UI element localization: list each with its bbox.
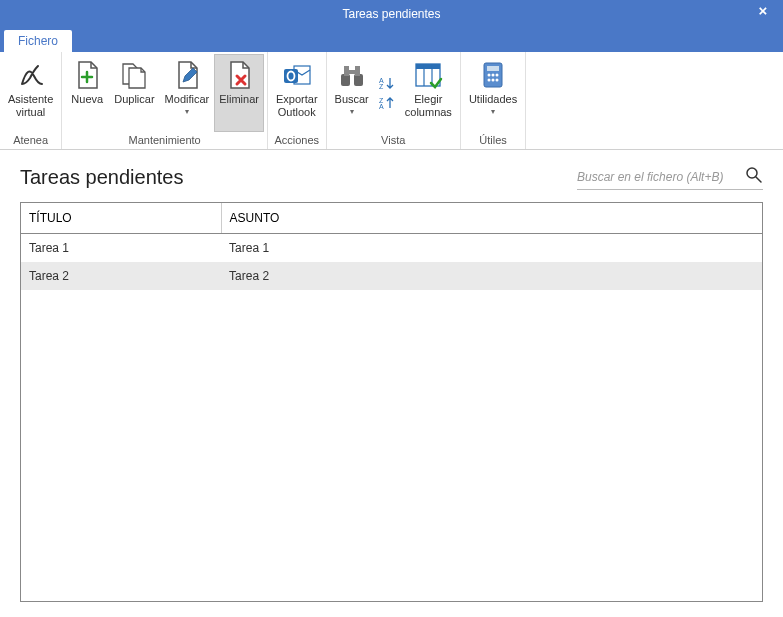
svg-point-21 <box>488 79 491 82</box>
chevron-down-icon: ▾ <box>491 107 495 117</box>
ribbon-btn-label: Exportar <box>276 93 318 106</box>
chevron-down-icon: ▾ <box>185 107 189 117</box>
window-title: Tareas pendientes <box>342 7 440 21</box>
alpha-icon <box>15 59 47 91</box>
utilidades-button[interactable]: Utilidades ▾ <box>464 54 522 132</box>
svg-rect-7 <box>349 70 355 74</box>
svg-line-25 <box>756 177 761 182</box>
svg-text:Z: Z <box>379 83 384 90</box>
content-area: Tareas pendientes TÍTULO ASUNTO Tarea 1T… <box>0 150 783 602</box>
ribbon-btn-label: Modificar <box>165 93 210 106</box>
ribbon-group-label: Mantenimiento <box>65 132 264 149</box>
search-icon[interactable] <box>745 166 763 187</box>
content-header: Tareas pendientes <box>20 164 763 190</box>
asistente-virtual-button[interactable]: Asistente virtual <box>3 54 58 132</box>
exportar-outlook-button[interactable]: Exportar Outlook <box>271 54 323 132</box>
ribbon-btn-label: Utilidades <box>469 93 517 106</box>
ribbon-btn-label: Asistente <box>8 93 53 106</box>
titlebar: Tareas pendientes × <box>0 0 783 28</box>
table-row[interactable]: Tarea 1Tarea 1 <box>21 234 762 263</box>
calculator-icon <box>477 59 509 91</box>
sort-asc-button[interactable]: A Z <box>376 74 398 92</box>
svg-rect-5 <box>344 66 349 76</box>
svg-point-20 <box>496 74 499 77</box>
nueva-button[interactable]: Nueva <box>65 54 109 132</box>
column-header-titulo[interactable]: TÍTULO <box>21 203 221 234</box>
svg-point-19 <box>492 74 495 77</box>
ribbon-group-utiles: Utilidades ▾ Útiles <box>461 52 526 149</box>
search-field-wrap <box>577 164 763 190</box>
table-header-row: TÍTULO ASUNTO <box>21 203 762 234</box>
ribbon-btn-label: Outlook <box>278 106 316 119</box>
sort-desc-button[interactable]: Z A <box>376 94 398 112</box>
delete-document-icon <box>223 59 255 91</box>
ribbon-btn-label: Eliminar <box>219 93 259 106</box>
svg-text:A: A <box>379 103 384 110</box>
ribbon-group-label: Útiles <box>464 132 522 149</box>
tab-label: Fichero <box>18 34 58 48</box>
elegir-columnas-button[interactable]: Elegir columnas <box>400 54 457 132</box>
ribbon-btn-label: Nueva <box>71 93 103 106</box>
svg-point-22 <box>492 79 495 82</box>
ribbon-btn-label: columnas <box>405 106 452 119</box>
duplicar-button[interactable]: Duplicar <box>109 54 159 132</box>
svg-point-23 <box>496 79 499 82</box>
cell-titulo: Tarea 1 <box>21 234 221 263</box>
duplicate-document-icon <box>118 59 150 91</box>
chevron-down-icon: ▾ <box>350 107 354 117</box>
buscar-button[interactable]: Buscar ▾ <box>330 54 374 132</box>
modificar-button[interactable]: Modificar ▾ <box>160 54 215 132</box>
svg-rect-13 <box>416 64 440 69</box>
columns-icon <box>412 59 444 91</box>
svg-point-18 <box>488 74 491 77</box>
edit-document-icon <box>171 59 203 91</box>
new-document-icon <box>71 59 103 91</box>
eliminar-button[interactable]: Eliminar <box>214 54 264 132</box>
sort-desc-icon: Z A <box>378 96 396 110</box>
column-header-asunto[interactable]: ASUNTO <box>221 203 762 234</box>
tab-fichero[interactable]: Fichero <box>4 30 72 52</box>
ribbon-btn-label: Elegir <box>414 93 442 106</box>
ribbon-group-atenea: Asistente virtual Atenea <box>0 52 62 149</box>
ribbon-btn-label: virtual <box>16 106 45 119</box>
search-input[interactable] <box>577 170 737 184</box>
ribbon-group-acciones: Exportar Outlook Acciones <box>268 52 327 149</box>
cell-titulo: Tarea 2 <box>21 262 221 290</box>
ribbon-group-label: Vista <box>330 132 457 149</box>
tabstrip: Fichero <box>0 28 783 52</box>
ribbon-group-label: Atenea <box>3 132 58 149</box>
ribbon-group-vista: Buscar ▾ A Z Z A <box>327 52 461 149</box>
ribbon: Asistente virtual Atenea Nueva <box>0 52 783 150</box>
close-icon: × <box>759 2 768 19</box>
ribbon-btn-label: Duplicar <box>114 93 154 106</box>
page-title: Tareas pendientes <box>20 166 183 189</box>
binoculars-icon <box>336 59 368 91</box>
ribbon-group-mantenimiento: Nueva Duplicar <box>62 52 268 149</box>
outlook-icon <box>281 59 313 91</box>
sort-asc-icon: A Z <box>378 76 396 90</box>
cell-asunto: Tarea 2 <box>221 262 762 290</box>
ribbon-group-label: Acciones <box>271 132 323 149</box>
close-button[interactable]: × <box>743 0 783 28</box>
data-grid[interactable]: TÍTULO ASUNTO Tarea 1Tarea 1Tarea 2Tarea… <box>20 202 763 602</box>
svg-rect-17 <box>487 66 499 71</box>
cell-asunto: Tarea 1 <box>221 234 762 263</box>
ribbon-btn-label: Buscar <box>335 93 369 106</box>
svg-rect-6 <box>355 66 360 76</box>
table-row[interactable]: Tarea 2Tarea 2 <box>21 262 762 290</box>
